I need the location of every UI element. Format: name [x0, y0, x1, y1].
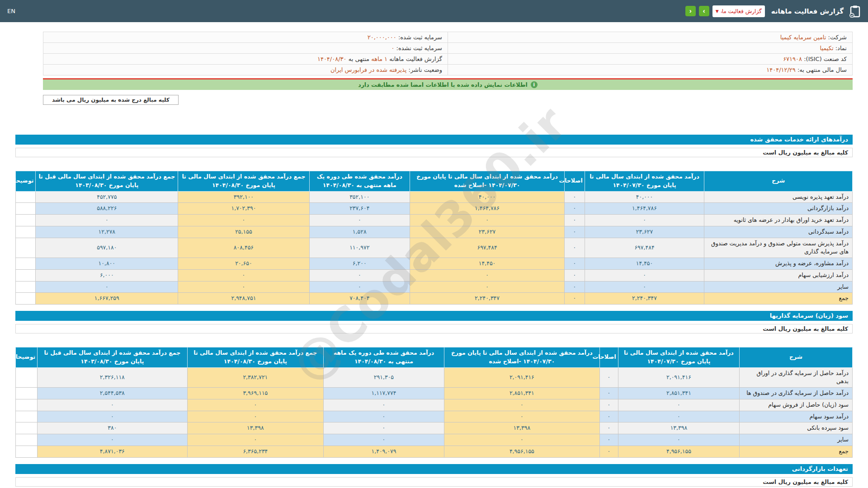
- cell-value: ۰: [618, 434, 739, 446]
- cell-value: ۲,۸۵۱,۳۴۱: [444, 388, 599, 399]
- section-2: سود (زیان) سرمایه گذاریهاکلیه مبالغ به م…: [15, 311, 853, 458]
- cell-value: ۰: [585, 281, 704, 293]
- table-row: سایر۰۰۰۰۰۰: [16, 281, 853, 293]
- cell-value: ۰: [324, 434, 444, 446]
- row-label: درآمد بازارگردانی: [704, 203, 853, 215]
- company-info-cell-left: سرمایه ثبت شده: ۲۰,۰۰۰,۰۰۰: [43, 32, 448, 43]
- cell-value: ۶,۳۶۵,۲۳۴: [187, 446, 324, 457]
- section-title: تعهدات بازارگردانی: [792, 465, 848, 472]
- language-toggle[interactable]: EN: [7, 8, 15, 14]
- cell-value: ۰: [565, 215, 585, 226]
- row-notes: [16, 388, 38, 399]
- cell-value: ۰: [309, 215, 410, 226]
- row-notes: [16, 258, 36, 270]
- row-label: درآمد سبدگردانی: [704, 226, 853, 238]
- cell-value: ۳۹۲,۱۰۰: [178, 191, 310, 203]
- info-label: شرکت:: [826, 34, 847, 41]
- cell-value: ۴,۹۵۶,۱۵۵: [444, 446, 599, 457]
- cell-value: ۰: [565, 269, 585, 281]
- table-row: سود (زیان) حاصل از فروش سهام۰۰۰۰۰۰: [16, 399, 853, 411]
- info-label: گزارش فعالیت ماهانه: [387, 56, 442, 62]
- company-info-row: کد صنعت (ISIC): ۶۷۱۹۰۸گزارش فعالیت ماهان…: [43, 54, 853, 65]
- info-label: وضعیت ناشر:: [406, 66, 442, 73]
- cell-value: ۱۰,۸۰۰: [36, 258, 178, 270]
- total-row: جمع۴,۹۵۶,۱۵۵۰۴,۹۵۶,۱۵۵۱,۴۰۹,۰۷۹۶,۳۶۵,۲۳۴…: [16, 446, 853, 457]
- cell-value: ۰: [565, 226, 585, 238]
- info-value: پذیرفته شده در فرابورس ایران: [330, 66, 407, 73]
- cell-value: ۰: [309, 269, 410, 281]
- cell-value: ۲,۲۴۰,۳۴۷: [585, 293, 704, 305]
- row-label: درآمد مشاوره، عرضه و پذیرش: [704, 258, 853, 270]
- cell-value: ۳۸۰: [38, 422, 187, 434]
- company-info-row: سال مالی منتهی به: ۱۴۰۴/۱۲/۲۹وضعیت ناشر:…: [43, 65, 853, 75]
- cell-value: ۰: [324, 399, 444, 411]
- row-notes: [16, 226, 36, 238]
- info-value: ۲۰,۰۰۰,۰۰۰: [368, 34, 396, 41]
- table-row: سود سپرده بانکی۱۳,۳۹۸۰۱۳,۳۹۸۰۱۳,۳۹۸۳۸۰: [16, 422, 853, 434]
- cell-value: ۳۵۲,۱۰۰: [309, 191, 410, 203]
- section-unit-note-text: کلیه مبالغ به میلیون ریال است: [763, 479, 848, 485]
- table-row: سایر۰۰۰۰۰۰: [16, 434, 853, 446]
- cell-value: ۰: [600, 399, 618, 411]
- header-row: شرحدرآمد محقق شده از ابتدای سال مالی تا …: [16, 171, 853, 192]
- row-notes: [16, 281, 36, 293]
- column-header: شرح: [704, 171, 853, 192]
- row-notes: [16, 203, 36, 215]
- cell-value: ۶۹۷,۴۸۴: [410, 238, 564, 258]
- cell-value: ۰: [410, 215, 564, 226]
- company-info-cell-left: سرمایه ثبت نشده: ۰: [43, 43, 448, 54]
- row-label: درآمد حاصل از سرمایه گذاری در صندوق ها: [740, 388, 853, 399]
- cell-value: ۰: [600, 367, 618, 388]
- info-value: تکیمیا: [820, 45, 833, 52]
- cell-value: ۴۵۲,۷۷۵: [36, 191, 178, 203]
- cell-value: ۰: [618, 411, 739, 422]
- cell-value: ۶,۰۰۰: [36, 269, 178, 281]
- row-label: جمع: [740, 446, 853, 457]
- cell-value: ۰: [600, 434, 618, 446]
- cell-value: ۱,۴۰۹,۰۷۹: [324, 446, 444, 457]
- cell-value: ۱,۵۲۸: [309, 226, 410, 238]
- company-info-cell-right: سال مالی منتهی به: ۱۴۰۴/۱۲/۲۹: [448, 65, 853, 75]
- section-1: درآمدهای ارائه خدمات محقق شدهکلیه مبالغ …: [15, 135, 853, 305]
- company-info-cell-right: شرکت: تامین سرمایه کیمیا: [448, 32, 853, 43]
- cell-value: ۱۱۰,۹۷۲: [309, 238, 410, 258]
- cell-value: ۰: [178, 281, 310, 293]
- info-label: نماد:: [834, 45, 847, 52]
- column-header: توضیحات: [16, 171, 36, 192]
- row-notes: [16, 269, 36, 281]
- cell-value: ۰: [36, 215, 178, 226]
- topbar: گزارش فعالیت ماهانه گزارش فعالیت ماهانه …: [0, 0, 868, 22]
- cell-value: ۲۵,۱۵۵: [178, 226, 310, 238]
- column-header: درآمد محقق شده از ابتدای سال مالی تا پای…: [618, 347, 739, 368]
- notice-text: اطلاعات نمایش داده شده با اطلاعات امضا ش…: [358, 81, 528, 88]
- row-notes: [16, 434, 38, 446]
- cell-value: ۱۳,۳۹۸: [187, 422, 324, 434]
- column-header: درآمد محقق شده از ابتدای سال مالی تا پای…: [410, 171, 564, 192]
- cell-value: ۲,۰۹۱,۴۱۶: [444, 367, 599, 388]
- cell-value: ۰: [600, 388, 618, 399]
- cell-value: ۱,۷۰۲,۳۹۰: [178, 203, 310, 215]
- cell-value: ۲۹۱,۳۰۵: [324, 367, 444, 388]
- company-info-cell-left: گزارش فعالیت ماهانه ۱ ماهه منتهی به ۱۴۰۴…: [43, 54, 448, 65]
- cell-value: ۲۳,۶۲۷: [410, 226, 564, 238]
- cell-value: ۰: [444, 399, 599, 411]
- next-report-button[interactable]: ›: [699, 6, 709, 16]
- cell-value: ۱۳,۳۹۸: [618, 422, 739, 434]
- table-row: درآمد سود سهام۰۰۰۰۰۰: [16, 411, 853, 422]
- cell-value: ۰: [38, 434, 187, 446]
- cell-value: ۲,۰۹۱,۴۱۶: [618, 367, 739, 388]
- report-type-select[interactable]: گزارش فعالیت ماهانه ▼: [712, 5, 765, 17]
- previous-report-button[interactable]: ‹: [685, 6, 696, 16]
- row-label: سود سپرده بانکی: [740, 422, 853, 434]
- column-header: جمع درآمد محقق شده از ابتدای سال مالی تا…: [187, 347, 324, 368]
- cell-value: ۰: [178, 269, 310, 281]
- info-circle-icon: i: [531, 81, 538, 88]
- cell-value: ۰: [565, 203, 585, 215]
- section-title-bar: درآمدهای ارائه خدمات محقق شده: [15, 135, 853, 145]
- table-row: درآمد ارزشیابی سهام۰۰۰۰۰۶,۰۰۰: [16, 269, 853, 281]
- cell-value: ۰: [36, 281, 178, 293]
- column-header: توضیحات: [16, 347, 38, 368]
- info-label: کد صنعت (ISIC):: [802, 56, 847, 62]
- chevron-right-icon: ›: [703, 7, 705, 14]
- cell-value: ۰: [410, 281, 564, 293]
